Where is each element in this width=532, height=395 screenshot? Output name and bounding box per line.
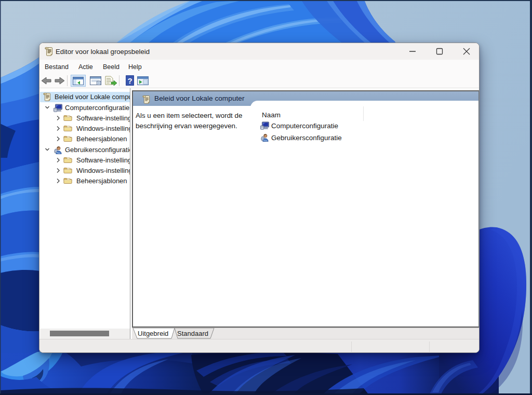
svg-text:?: ?	[127, 76, 132, 85]
svg-text:Uitgebreid: Uitgebreid	[138, 330, 168, 337]
svg-text:Standaard: Standaard	[177, 330, 208, 337]
